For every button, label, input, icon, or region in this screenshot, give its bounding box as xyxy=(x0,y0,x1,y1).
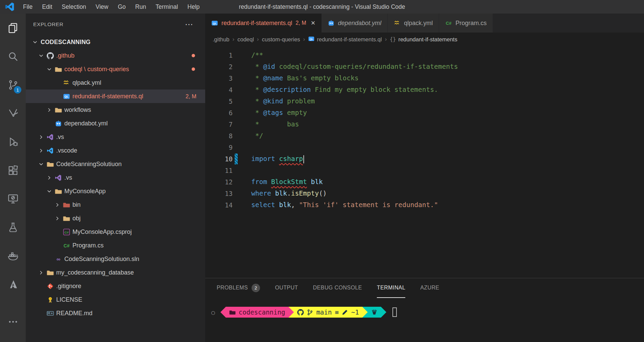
explorer-more-actions-icon[interactable]: ⋯ xyxy=(185,20,193,28)
activity-extensions[interactable] xyxy=(0,156,26,184)
menu-view[interactable]: View xyxy=(91,0,113,14)
chevron-right-icon[interactable] xyxy=(53,215,62,222)
tree-file-license[interactable]: LICENSE xyxy=(26,293,205,306)
code-line-4[interactable]: 4 * @description Find my empty block sta… xyxy=(205,84,644,96)
terminal-cursor xyxy=(392,307,397,317)
chevron-down-icon[interactable] xyxy=(30,38,39,46)
breadcrumb: .github›codeql›custom-queries›QLredundan… xyxy=(205,33,644,46)
indent-spacer xyxy=(53,242,62,249)
chevron-right-icon[interactable] xyxy=(37,269,45,276)
tree-folder-.vs[interactable]: .vs xyxy=(26,130,205,144)
code-line-10[interactable]: 10import csharp xyxy=(205,153,644,165)
panel-tab-output[interactable]: OUTPUT xyxy=(275,278,298,298)
tree-root-codescanning[interactable]: CODESCANNING xyxy=(26,35,205,49)
panel-tab-terminal[interactable]: TERMINAL xyxy=(377,278,405,298)
code-line-1[interactable]: 1/** xyxy=(205,49,644,61)
tab-qlpack.yml[interactable]: qlpack.yml xyxy=(388,14,439,33)
chevron-right-icon[interactable] xyxy=(37,147,45,154)
menu-help[interactable]: Help xyxy=(183,0,205,14)
terminal[interactable]: ○ codescanningmain≡~1 xyxy=(205,298,644,318)
activity-github-pull-requests[interactable] xyxy=(0,99,26,127)
tree-items: .githubcodeql \ custom-queriesqlpack.yml… xyxy=(26,49,205,320)
tree-folder-.vs[interactable]: .vs xyxy=(26,171,205,184)
tree-folder-.github[interactable]: .github xyxy=(26,49,205,62)
code-line-9[interactable]: 9 xyxy=(205,142,644,153)
tree-item-label: MyConsoleApp xyxy=(64,188,106,195)
chevron-right-icon[interactable] xyxy=(37,133,45,141)
tree-folder-bin[interactable]: bin xyxy=(26,198,205,212)
code-line-3[interactable]: 3 * @name Bas's empty blocks xyxy=(205,73,644,84)
activity-azure[interactable] xyxy=(0,270,26,298)
chevron-right-icon[interactable] xyxy=(53,201,62,208)
tree-folder-codeql-custom-queries[interactable]: codeql \ custom-queries xyxy=(26,62,205,76)
vscode-logo-icon xyxy=(5,2,15,12)
activity-run-and-debug[interactable] xyxy=(0,127,26,156)
breadcrumb-item[interactable]: .github xyxy=(213,36,230,43)
tab-program.cs[interactable]: C#Program.cs xyxy=(439,14,493,33)
activity-remote-explorer[interactable] xyxy=(0,184,26,213)
close-icon[interactable]: × xyxy=(311,19,315,27)
tree-item-label: obj xyxy=(72,215,81,222)
activity-source-control[interactable]: 1 xyxy=(0,71,26,99)
code-line-8[interactable]: 8 */ xyxy=(205,130,644,142)
tree-file-qlpack.yml[interactable]: qlpack.yml xyxy=(26,76,205,89)
tree-file-myconsoleapp.csproj[interactable]: C#MyConsoleApp.csproj xyxy=(26,225,205,239)
breadcrumb-item[interactable]: {}redundant-if-statements xyxy=(390,36,457,43)
tree-file-program.cs[interactable]: C#Program.cs xyxy=(26,239,205,252)
tree-item-label: redundant-if-statements.ql xyxy=(72,93,143,100)
menu-terminal[interactable]: Terminal xyxy=(151,0,183,14)
menu-edit[interactable]: Edit xyxy=(37,0,57,14)
breadcrumb-item[interactable]: QLredundant-if-statements.ql xyxy=(308,36,382,43)
tree-file-.gitignore[interactable]: .gitignore xyxy=(26,279,205,293)
code-editor[interactable]: 1/**2 * @id codeql/custom-queries/redund… xyxy=(205,46,644,278)
panel-tab-problems[interactable]: PROBLEMS2 xyxy=(217,278,260,298)
tree-file-redundant-if-statements.ql[interactable]: QLredundant-if-statements.ql2, M xyxy=(26,89,205,103)
folder-icon xyxy=(45,160,55,168)
tree-folder-.vscode[interactable]: .vscode xyxy=(26,144,205,157)
tree-folder-obj[interactable]: obj xyxy=(26,212,205,225)
chevron-down-icon[interactable] xyxy=(37,52,45,59)
terminal-prompt: ○ codescanningmain≡~1 xyxy=(211,307,644,318)
tree-folder-myconsoleapp[interactable]: MyConsoleApp xyxy=(26,184,205,198)
tab-redundant-if-statements.ql[interactable]: QLredundant-if-statements.ql2, M× xyxy=(205,14,322,33)
breadcrumb-item[interactable]: custom-queries xyxy=(262,36,300,43)
chevron-right-icon[interactable] xyxy=(45,174,53,181)
code-line-7[interactable]: 7 * bas xyxy=(205,119,644,130)
chevron-down-icon[interactable] xyxy=(45,187,53,195)
code-line-14[interactable]: 14select blk, "This 'if' statement is re… xyxy=(205,199,644,211)
panel-tab-azure[interactable]: AZURE xyxy=(420,278,439,298)
panel-tab-debug-console[interactable]: DEBUG CONSOLE xyxy=(313,278,362,298)
code-line-11[interactable]: 11 xyxy=(205,165,644,176)
chevron-down-icon[interactable] xyxy=(45,65,53,73)
code-line-13[interactable]: 13where blk.isEmpty() xyxy=(205,188,644,199)
breadcrumb-item[interactable]: codeql xyxy=(237,36,254,43)
code-line-12[interactable]: 12from BlockStmt blk xyxy=(205,176,644,188)
code-line-2[interactable]: 2 * @id codeql/custom-queries/redundant-… xyxy=(205,61,644,73)
menu-selection[interactable]: Selection xyxy=(57,0,91,14)
menu-go[interactable]: Go xyxy=(113,0,130,14)
activity-docker[interactable] xyxy=(0,241,26,270)
tab-label: dependabot.yml xyxy=(338,20,381,27)
tree-folder-workflows[interactable]: workflows xyxy=(26,103,205,117)
activity-testing[interactable] xyxy=(0,213,26,241)
tree-file-dependabot.yml[interactable]: dependabot.yml xyxy=(26,117,205,130)
code-line-6[interactable]: 6 * @tags empty xyxy=(205,107,644,119)
code-line-5[interactable]: 5 * @kind problem xyxy=(205,96,644,107)
chevron-down-icon[interactable] xyxy=(37,160,45,168)
tab-dependabot.yml[interactable]: dependabot.yml xyxy=(322,14,388,33)
powerline-arrow xyxy=(362,307,368,318)
activity-more-views[interactable] xyxy=(0,307,26,336)
tree-folder-my-codescanning-database[interactable]: my_codescanning_database xyxy=(26,266,205,279)
command-decoration-icon[interactable]: ○ xyxy=(211,309,215,316)
menu-file[interactable]: File xyxy=(18,0,37,14)
prompt-text: ~1 xyxy=(351,308,359,316)
tree-folder-codescanningsolutiuon[interactable]: CodeScanningSolutiuon xyxy=(26,157,205,171)
chevron-right-icon[interactable] xyxy=(45,106,53,114)
menu-run[interactable]: Run xyxy=(130,0,151,14)
tree-file-codescanningsolutiuon.sln[interactable]: ∞CodeScanningSolutiuon.sln xyxy=(26,252,205,266)
tree-file-readme.md[interactable]: README.md xyxy=(26,306,205,320)
activity-search[interactable] xyxy=(0,42,26,71)
activity-explorer[interactable] xyxy=(0,14,26,42)
tab-label: qlpack.yml xyxy=(404,20,433,27)
panel-tab-label: TERMINAL xyxy=(377,285,405,291)
